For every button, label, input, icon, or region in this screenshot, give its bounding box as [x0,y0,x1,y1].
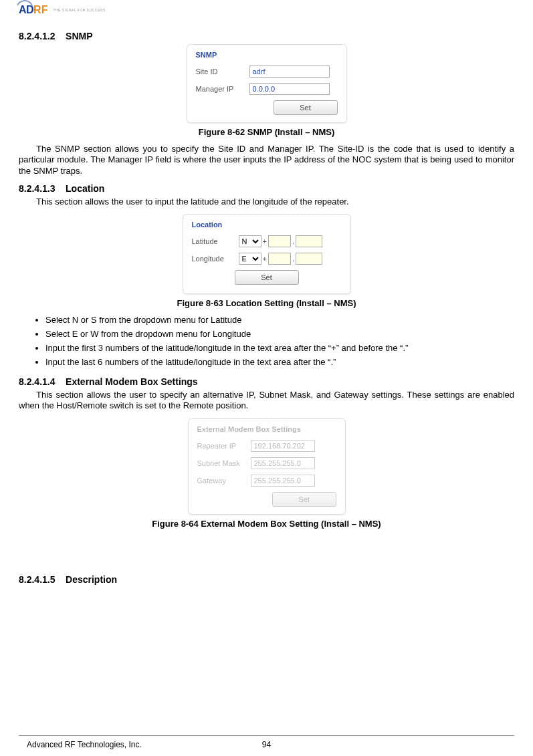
modem-intro: This section allows the user to specify … [19,390,514,412]
snmp-panel: SNMP Site ID Manager IP Set [187,44,347,123]
location-bullets: Select N or S from the dropdown menu for… [19,315,514,367]
subnet-mask-input[interactable] [251,457,315,469]
footer-company: Advanced RF Technologies, Inc. [27,740,142,749]
gateway-label: Gateway [197,477,251,485]
list-item: Input the first 3 numbers of the latitud… [45,343,514,353]
longitude-min-input[interactable] [296,253,322,265]
gateway-input[interactable] [251,475,315,487]
site-id-label: Site ID [196,68,249,76]
modem-panel-title: External Modem Box Settings [197,425,336,433]
longitude-deg-input[interactable] [268,253,291,265]
dot-sep: . [292,255,294,263]
snmp-figcaption: Figure 8-62 SNMP (Install – NMS) [19,127,514,137]
snmp-set-button[interactable]: Set [274,100,338,115]
list-item: Input the last 6 numbers of the latitude… [45,357,514,367]
subnet-mask-label: Subnet Mask [197,459,251,467]
list-item: Select E or W from the dropdown menu for… [45,329,514,339]
heading-location: 8.2.4.1.3 Location [19,183,514,194]
latitude-label: Latitude [192,237,239,245]
latitude-min-input[interactable] [296,235,322,247]
repeater-ip-input[interactable] [251,440,315,452]
repeater-ip-label: Repeater IP [197,442,251,450]
heading-snmp: 8.2.4.1.2 SNMP [19,31,514,41]
latitude-dir-select[interactable]: N [239,235,261,247]
logo: ADRF THE SIGNAL FOR SUCCESS [19,4,514,16]
logo-mark: ADRF [19,4,47,16]
plus-sign: + [263,255,267,263]
manager-ip-label: Manager IP [196,85,249,93]
plus-sign: + [263,237,267,245]
location-panel: Location Latitude N + . Longitude E + . … [183,214,351,294]
modem-figcaption: Figure 8-64 External Modem Box Setting (… [19,519,514,529]
location-figcaption: Figure 8-63 Location Setting (Install – … [19,298,514,308]
snmp-panel-title: SNMP [196,51,338,59]
longitude-dir-select[interactable]: E [239,253,261,265]
location-panel-title: Location [192,221,342,229]
page-number: 94 [262,740,271,749]
location-set-button[interactable]: Set [235,270,299,285]
site-id-input[interactable] [249,66,330,78]
modem-set-button[interactable]: Set [272,492,336,507]
footer-rule [19,735,514,736]
dot-sep: . [292,237,294,245]
logo-tagline: THE SIGNAL FOR SUCCESS [53,8,105,12]
latitude-deg-input[interactable] [268,235,291,247]
longitude-label: Longitude [192,255,239,263]
heading-description: 8.2.4.1.5 Description [19,574,514,585]
modem-panel: External Modem Box Settings Repeater IP … [188,418,346,515]
list-item: Select N or S from the dropdown menu for… [45,315,514,325]
snmp-body: The SNMP section allows you to specify t… [19,144,514,176]
location-intro: This section allows the user to input th… [19,197,514,207]
manager-ip-input[interactable] [249,83,330,95]
page-footer: Advanced RF Technologies, Inc. 94 [27,740,506,749]
heading-modem: 8.2.4.1.4 External Modem Box Settings [19,376,514,387]
